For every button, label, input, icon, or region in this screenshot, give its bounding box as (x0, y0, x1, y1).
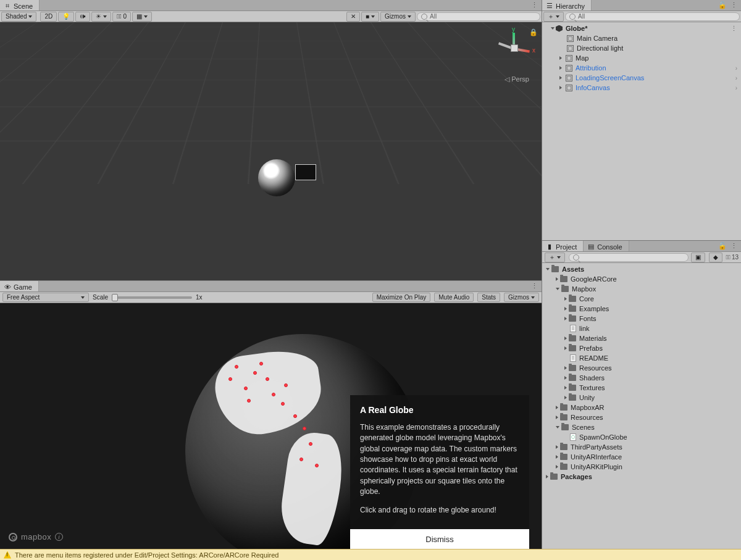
hierarchy-scene-row[interactable]: Globe* ⋮ (542, 23, 741, 33)
game-tab-menu-icon[interactable]: ⋮ (531, 282, 538, 290)
project-menu-icon[interactable]: ⋮ (731, 242, 737, 250)
project-item-scenes[interactable]: Scenes (542, 422, 741, 432)
aspect-dropdown[interactable]: Free Aspect (2, 293, 89, 302)
effects-dropdown-icon[interactable]: ☀ (91, 12, 111, 22)
orientation-gizmo[interactable]: x y (496, 30, 533, 67)
scene-menu-icon[interactable]: ⋮ (731, 25, 737, 33)
expand-toggle-icon[interactable] (556, 455, 558, 459)
project-tab[interactable]: ▮Project (542, 241, 584, 251)
project-item-unity[interactable]: Unity (542, 393, 741, 403)
scene-tab[interactable]: ⌗ Scene (0, 0, 40, 10)
expand-toggle-icon[interactable] (564, 396, 567, 399)
project-item-resources[interactable]: Resources (542, 412, 741, 422)
assets-root[interactable]: Assets (542, 264, 741, 274)
hierarchy-item-main-camera[interactable]: Main Camera (542, 33, 741, 43)
hierarchy-item-infocanvas[interactable]: InfoCanvas› (542, 83, 741, 93)
project-item-unityarkitplugin[interactable]: UnityARKitPlugin (542, 462, 741, 472)
expand-toggle-icon[interactable] (564, 297, 567, 301)
project-lock-icon[interactable]: 🔓 (718, 242, 727, 250)
hierarchy-tab[interactable]: ☰ Hierarchy (542, 0, 592, 10)
project-item-unityarinterface[interactable]: UnityARInterface (542, 452, 741, 462)
project-item-readme[interactable]: README (542, 353, 741, 363)
audio-toggle-icon[interactable]: 🕪 (75, 12, 90, 22)
projection-label[interactable]: ◁ Persp (504, 75, 529, 83)
mute-audio-toggle[interactable]: Mute Audio (434, 293, 474, 302)
hierarchy-item-directional-light[interactable]: Directional light (542, 43, 741, 53)
expand-toggle-icon[interactable] (559, 56, 562, 60)
project-item-core[interactable]: Core (542, 294, 741, 304)
scale-slider[interactable] (112, 296, 192, 299)
packages-root[interactable]: Packages (542, 472, 741, 482)
expand-toggle-icon[interactable] (556, 445, 558, 449)
expand-toggle-icon[interactable] (546, 475, 548, 479)
expand-toggle-icon[interactable] (551, 27, 555, 30)
expand-toggle-icon[interactable] (556, 277, 558, 281)
project-item-shaders[interactable]: Shaders (542, 373, 741, 383)
hierarchy-search-input[interactable]: All (565, 12, 740, 21)
project-item-prefabs[interactable]: Prefabs (542, 343, 741, 353)
console-tab[interactable]: ▤Console (584, 241, 629, 251)
tools-icon[interactable]: ✕ (346, 12, 360, 22)
hierarchy-menu-icon[interactable]: ⋮ (731, 1, 737, 9)
project-search-input[interactable] (569, 253, 689, 262)
hierarchy-item-loadingscreencanvas[interactable]: LoadingScreenCanvas› (542, 73, 741, 83)
project-item-resources[interactable]: Resources (542, 363, 741, 373)
game-viewport[interactable]: A Real Globe This example demonstrates a… (0, 303, 542, 549)
stats-toggle[interactable]: Stats (477, 293, 500, 302)
expand-toggle-icon[interactable] (564, 386, 567, 390)
expand-toggle-icon[interactable] (564, 336, 567, 340)
hierarchy-lock-icon[interactable]: 🔓 (718, 1, 727, 9)
gizmo-lock-icon[interactable]: 🔒 (529, 28, 538, 36)
scene-tab-menu-icon[interactable]: ⋮ (531, 1, 538, 9)
hidden-objects-toggle[interactable]: 👁̸0 (112, 12, 131, 22)
create-dropdown[interactable]: ＋ (543, 12, 564, 22)
expand-toggle-icon[interactable] (556, 465, 558, 469)
game-tab[interactable]: 👁 Game (0, 281, 39, 291)
scene-quad-object[interactable] (295, 164, 316, 180)
project-tree[interactable]: Assets GoogleARCoreMapboxCoreExamplesFon… (542, 263, 741, 549)
expand-toggle-icon[interactable] (559, 86, 562, 90)
game-gizmos-dropdown[interactable]: Gizmos (504, 293, 539, 302)
project-item-examples[interactable]: Examples (542, 304, 741, 314)
camera-dropdown-icon[interactable]: ■ (361, 12, 379, 22)
expand-toggle-icon[interactable] (564, 366, 567, 370)
expand-toggle-icon[interactable] (556, 416, 558, 419)
project-item-spawnonglobe[interactable]: ⬡SpawnOnGlobe (542, 432, 741, 442)
hierarchy-item-map[interactable]: Map (542, 53, 741, 63)
expand-toggle-icon[interactable] (559, 66, 562, 70)
lighting-toggle-icon[interactable]: 💡 (58, 12, 74, 22)
expand-toggle-icon[interactable] (564, 307, 567, 311)
project-item-link[interactable]: link (542, 324, 741, 333)
hierarchy-item-attribution[interactable]: Attribution› (542, 63, 741, 73)
search-by-type-icon[interactable]: ▣ (691, 253, 705, 262)
maximize-on-play-toggle[interactable]: Maximize On Play (372, 293, 431, 302)
grid-dropdown-icon[interactable]: ▦ (132, 12, 152, 22)
scene-globe-object[interactable] (258, 159, 295, 196)
project-item-materials[interactable]: Materials (542, 333, 741, 343)
expand-toggle-icon[interactable] (559, 76, 562, 80)
slider-knob[interactable] (112, 294, 118, 301)
expand-toggle-icon[interactable] (556, 426, 559, 428)
project-item-googlearcore[interactable]: GoogleARCore (542, 274, 741, 284)
gizmo-cube[interactable] (511, 44, 518, 52)
project-item-mapbox[interactable]: Mapbox (542, 284, 741, 294)
expand-toggle-icon[interactable] (564, 376, 567, 380)
project-create-dropdown[interactable]: ＋ (545, 253, 565, 262)
expand-toggle-icon[interactable] (556, 406, 558, 409)
info-icon[interactable]: i (55, 533, 63, 541)
2d-toggle[interactable]: 2D (40, 12, 57, 22)
project-item-textures[interactable]: Textures (542, 383, 741, 393)
expand-toggle-icon[interactable] (556, 288, 559, 290)
project-item-mapboxar[interactable]: MapboxAR (542, 403, 741, 412)
dismiss-button[interactable]: Dismiss (350, 529, 529, 549)
expand-toggle-icon[interactable] (564, 346, 567, 350)
status-bar[interactable]: There are menu items registered under Ed… (0, 549, 741, 560)
gizmos-dropdown[interactable]: Gizmos (380, 12, 416, 22)
scene-search-input[interactable]: All (417, 12, 540, 21)
project-item-thirdpartyassets[interactable]: ThirdPartyAssets (542, 442, 741, 452)
scene-viewport[interactable]: x y 🔒 ◁ Persp (0, 22, 542, 280)
search-by-label-icon[interactable]: ◆ (709, 253, 722, 262)
project-item-fonts[interactable]: Fonts (542, 314, 741, 324)
expand-toggle-icon[interactable] (564, 317, 567, 320)
hierarchy-tree[interactable]: Globe* ⋮ Main CameraDirectional lightMap… (542, 22, 741, 240)
